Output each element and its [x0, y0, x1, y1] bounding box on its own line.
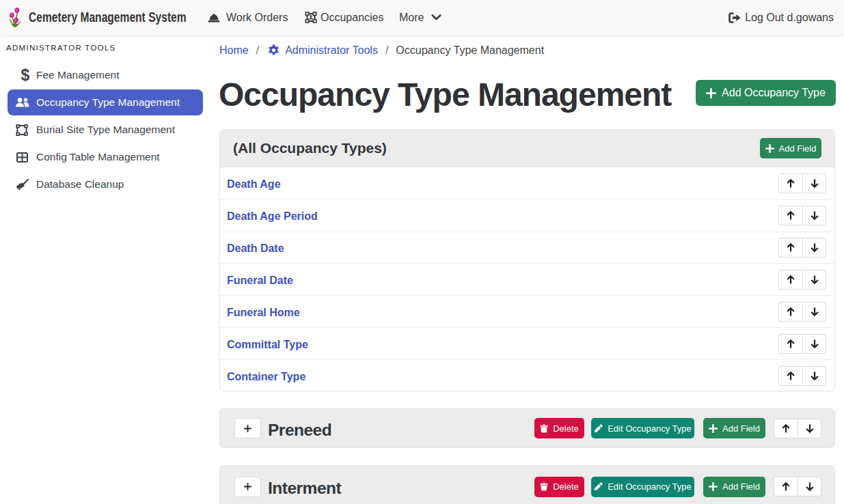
svg-text:$: $ — [21, 68, 29, 83]
